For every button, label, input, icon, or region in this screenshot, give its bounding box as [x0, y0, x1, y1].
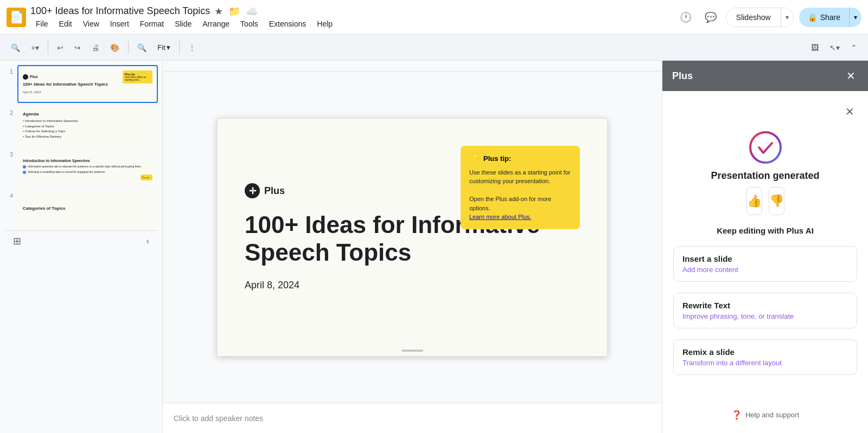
share-dropdown-button[interactable]: ▾ [849, 8, 861, 27]
slide-image-2[interactable]: Agenda • Introduction to Informative Spe… [17, 106, 158, 145]
slide-canvas[interactable]: ✛ Plus 100+ Ideas for Informative Speech… [217, 118, 608, 357]
menu-insert[interactable]: Insert [105, 18, 135, 29]
thumbs-up-button[interactable]: 👍 [746, 187, 762, 215]
menu-file[interactable]: File [30, 18, 54, 29]
svg-point-0 [750, 132, 781, 163]
doc-title: 100+ Ideas for Informative Speech Topics… [30, 5, 672, 17]
collapse-toolbar-button[interactable]: ⌃ [846, 39, 861, 56]
remix-slide-subtitle: Transform into a different layout [682, 359, 848, 367]
slide-plus-label: Plus [264, 185, 285, 197]
menu-edit[interactable]: Edit [54, 18, 78, 29]
slide-num-4: 4 [4, 189, 13, 199]
thumbs-down-button[interactable]: 👎 [769, 187, 784, 215]
slide-indicator [401, 350, 423, 352]
slide-thumb-4[interactable]: 4 Categories of Topics [4, 189, 158, 227]
editor-area: ✛ Plus 100+ Ideas for Informative Speech… [163, 61, 662, 433]
folder-icon[interactable]: 📁 [228, 5, 240, 17]
checkmark-logo [748, 130, 783, 165]
lock-icon: 🔒 [808, 13, 817, 22]
panel-body: ✕ [662, 91, 868, 433]
print-button[interactable]: 🖨 [87, 39, 104, 56]
fit-zoom-button[interactable]: 🔍 [133, 39, 151, 56]
main-content: 1 Plus 100+ Ideas for Informative Speech… [0, 61, 868, 433]
menu-bar: File Edit View Insert Format Slide Arran… [30, 18, 672, 29]
slide-date: April 8, 2024 [245, 280, 580, 291]
undo-button[interactable]: ↩ [53, 39, 68, 56]
more-options-button[interactable]: ⋮ [184, 39, 200, 56]
slide-thumb-1[interactable]: 1 Plus 100+ Ideas for Informative Speech… [4, 65, 158, 103]
menu-extensions[interactable]: Extensions [264, 18, 311, 29]
rewrite-text-card[interactable]: Rewrite Text Improve phrasing, tone, or … [673, 293, 857, 328]
slide-image-4[interactable]: Categories of Topics [17, 189, 158, 227]
insert-slide-card[interactable]: Insert a slide Add more content [673, 246, 857, 282]
top-bar: 📄 100+ Ideas for Informative Speech Topi… [0, 0, 868, 35]
grid-view-button[interactable]: ⊞ [13, 235, 21, 247]
slide-num-3: 3 [4, 148, 13, 158]
menu-arrange[interactable]: Arrange [197, 18, 235, 29]
slide-image-3[interactable]: Introduction to Informative Speeches Inf… [17, 148, 158, 186]
doc-title-text: 100+ Ideas for Informative Speech Topics [30, 5, 210, 17]
tip-header: ⭐ Plus tip: [469, 153, 571, 164]
slide-panel: 1 Plus 100+ Ideas for Informative Speech… [0, 61, 163, 433]
help-row[interactable]: ❓ Help and support [673, 410, 857, 420]
tip-body: Use these slides as a starting point for… [469, 168, 571, 222]
slide-image-1[interactable]: Plus 100+ Ideas for Informative Speech T… [17, 65, 158, 103]
menu-help[interactable]: Help [311, 18, 338, 29]
slide-content-preview-2: Agenda • Introduction to Informative Spe… [18, 107, 157, 144]
slideshow-main-button[interactable]: Slideshow [726, 8, 781, 27]
slideshow-button-group: Slideshow ▾ [726, 8, 794, 27]
menu-view[interactable]: View [78, 18, 105, 29]
slide-num-1: 1 [4, 65, 13, 75]
top-bar-right: 🕐 💬 Slideshow ▾ 🔒 Share ▾ [676, 8, 861, 27]
zoom-search-button[interactable]: 🔍 [7, 39, 24, 56]
generated-title: Presentation generated [711, 170, 819, 182]
panel-header: Plus ✕ [662, 61, 868, 91]
menu-tools[interactable]: Tools [235, 18, 264, 29]
history-button[interactable]: 🕐 [676, 8, 695, 27]
slide-thumb-3[interactable]: 3 Introduction to Informative Speeches I… [4, 148, 158, 186]
cursor-button[interactable]: ↖▾ [825, 39, 844, 56]
panel-inner-close-button[interactable]: ✕ [842, 104, 857, 119]
right-panel: Plus ✕ ✕ [662, 61, 868, 433]
comment-button[interactable]: 💬 [701, 8, 720, 27]
remix-slide-card[interactable]: Remix a slide Transform into a different… [673, 339, 857, 375]
panel-close-button[interactable]: ✕ [843, 68, 858, 83]
paint-format-button[interactable]: 🎨 [106, 39, 124, 56]
share-button-group: 🔒 Share ▾ [799, 8, 861, 27]
collapse-panel-button[interactable]: ‹ [146, 236, 149, 246]
slide-thumb-2[interactable]: 2 Agenda • Introduction to Informative S… [4, 106, 158, 145]
cloud-icon[interactable]: ☁️ [246, 5, 258, 17]
inner-close-row: ✕ [673, 104, 857, 119]
remix-slide-title: Remix a slide [682, 347, 848, 357]
insert-slide-title: Insert a slide [682, 254, 848, 263]
slide-content-preview-3: Introduction to Informative Speeches Inf… [18, 154, 157, 180]
tip-header-text: Plus tip: [483, 154, 511, 163]
app-logo: 📄 [7, 8, 26, 27]
menu-format[interactable]: Format [135, 18, 169, 29]
star-icon[interactable]: ★ [214, 5, 223, 17]
help-icon: ❓ [731, 410, 742, 420]
slide-canvas-wrap[interactable]: ✛ Plus 100+ Ideas for Informative Speech… [163, 72, 662, 403]
slideshow-dropdown-button[interactable]: ▾ [781, 8, 793, 27]
menu-slide[interactable]: Slide [169, 18, 197, 29]
doc-title-area: 100+ Ideas for Informative Speech Topics… [30, 5, 672, 29]
rewrite-text-title: Rewrite Text [682, 301, 848, 310]
panel-title: Plus [672, 70, 693, 82]
redo-button[interactable]: ↪ [70, 39, 85, 56]
zoom-level-button[interactable]: Fit ▾ [153, 39, 174, 56]
slide-content-preview-4: Categories of Topics [18, 202, 157, 215]
tip-link[interactable]: Learn more about Plus. [469, 214, 531, 220]
thumbs-row: 👍 👎 [746, 187, 784, 215]
ruler [163, 61, 662, 72]
insert-slide-subtitle: Add more content [682, 266, 848, 274]
toolbar: 🔍 +▾ ↩ ↪ 🖨 🎨 🔍 Fit ▾ ⋮ 🖼 ↖▾ ⌃ [0, 35, 868, 61]
keep-editing-title: Keep editing with Plus AI [673, 226, 857, 235]
share-main-button[interactable]: 🔒 Share [799, 8, 849, 27]
doc-title-icons: ★ 📁 ☁️ [214, 5, 258, 17]
slide-num-2: 2 [4, 106, 13, 116]
speaker-notes[interactable]: Click to add speaker notes [163, 403, 662, 433]
toolbar-separator-2 [128, 41, 129, 54]
insert-image-button[interactable]: 🖼 [807, 39, 823, 56]
add-button[interactable]: +▾ [27, 39, 43, 56]
check-circle-icon [748, 130, 783, 165]
